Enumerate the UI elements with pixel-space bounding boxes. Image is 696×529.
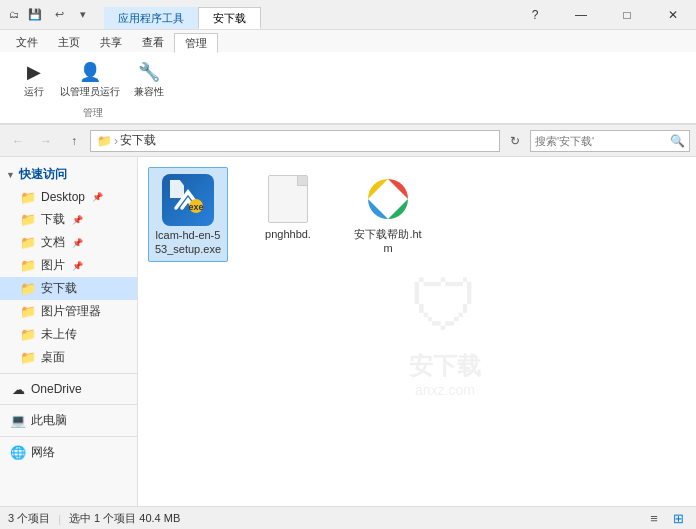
nav-up[interactable]: ↑ xyxy=(62,129,86,153)
title-tabs: 应用程序工具 安下载 xyxy=(104,0,261,29)
search-icon[interactable]: 🔍 xyxy=(670,134,685,148)
sidebar-label-documents: 文档 xyxy=(41,234,65,251)
ribbon-group-run: ▶ 运行 👤 以管理员运行 🔧 兼容性 管理 xyxy=(8,56,178,120)
ribbon-tabs: 文件 主页 共享 查看 管理 xyxy=(0,30,696,52)
sidebar-item-documents[interactable]: 📁 文档 📌 xyxy=(0,231,137,254)
sidebar-label-downloads: 下载 xyxy=(41,211,65,228)
maximize-button[interactable]: □ xyxy=(604,0,650,30)
quick-access-label: 快速访问 xyxy=(19,166,67,183)
file-label-exe: lcam-hd-en-553_setup.exe xyxy=(153,228,223,257)
compat-label: 兼容性 xyxy=(134,85,164,99)
ribbon-tab-file[interactable]: 文件 xyxy=(6,32,48,52)
ribbon-btn-runas[interactable]: 👤 以管理员运行 xyxy=(54,59,126,101)
nav-forward: → xyxy=(34,129,58,153)
htm-file-icon xyxy=(360,171,416,227)
folder-icon: 📁 xyxy=(20,258,36,274)
search-box[interactable]: 🔍 xyxy=(530,130,690,152)
sidebar-label-thispc: 此电脑 xyxy=(31,412,67,429)
runas-label: 以管理员运行 xyxy=(60,85,120,99)
sidebar-item-onedrive[interactable]: ☁ OneDrive xyxy=(0,378,137,400)
folder-icon: 📁 xyxy=(20,235,36,251)
sidebar-label-picmanager: 图片管理器 xyxy=(41,303,101,320)
status-bar: 3 个项目 | 选中 1 个项目 40.4 MB ≡ ⊞ xyxy=(0,506,696,529)
sidebar-item-anxiazai[interactable]: 📁 安下载 xyxy=(0,277,137,300)
sidebar-label-desktop: Desktop xyxy=(41,190,85,204)
exe-file-icon: exe xyxy=(160,172,216,228)
sidebar-item-thispc[interactable]: 💻 此电脑 xyxy=(0,409,137,432)
breadcrumb-current[interactable]: 安下载 xyxy=(120,132,156,149)
run-icon: ▶ xyxy=(27,61,41,83)
pin-icon: 📌 xyxy=(72,215,83,225)
address-path[interactable]: 📁 › 安下载 xyxy=(90,130,500,152)
refresh-button[interactable]: ↻ xyxy=(504,130,526,152)
watermark-text: 安下载 xyxy=(409,350,481,382)
quick-access-undo[interactable]: ↩ xyxy=(48,4,70,26)
run-label: 运行 xyxy=(24,85,44,99)
folder-icon: 📁 xyxy=(20,350,36,366)
ribbon: 文件 主页 共享 查看 管理 ▶ 运行 👤 以管理员运行 🔧 兼容性 xyxy=(0,30,696,125)
sidebar-item-network[interactable]: 🌐 网络 xyxy=(0,441,137,464)
folder-icon: 📁 xyxy=(20,189,36,205)
network-icon: 🌐 xyxy=(10,445,26,461)
watermark-sub: anxz.com xyxy=(409,382,481,398)
thispc-icon: 💻 xyxy=(10,413,26,429)
file-item-exe[interactable]: exe lcam-hd-en-553_setup.exe xyxy=(148,167,228,262)
sidebar-item-downloads[interactable]: 📁 下载 📌 xyxy=(0,208,137,231)
folder-icon: 📁 xyxy=(20,281,36,297)
folder-icon: 📁 xyxy=(20,212,36,228)
status-bar-right: ≡ ⊞ xyxy=(644,509,688,529)
sidebar-divider-3 xyxy=(0,436,137,437)
view-list-button[interactable]: ≡ xyxy=(644,509,664,529)
address-bar: ← → ↑ 📁 › 安下载 ↻ 🔍 xyxy=(0,125,696,157)
svg-point-3 xyxy=(380,191,396,207)
file-item-htm[interactable]: 安下载帮助.htm xyxy=(348,167,428,260)
quick-access-header[interactable]: ▼ 快速访问 xyxy=(0,163,137,186)
sidebar-divider-1 xyxy=(0,373,137,374)
folder-icon: 📁 xyxy=(20,304,36,320)
sidebar-label-network: 网络 xyxy=(31,444,55,461)
png-file-icon xyxy=(260,171,316,227)
sidebar-label-pictures: 图片 xyxy=(41,257,65,274)
ribbon-tab-home[interactable]: 主页 xyxy=(48,32,90,52)
file-area: 🛡 安下载 anxz.com exe xyxy=(138,157,696,506)
ribbon-btn-run[interactable]: ▶ 运行 xyxy=(16,59,52,101)
breadcrumb-root[interactable]: 📁 xyxy=(97,134,112,148)
main-layout: ▼ 快速访问 📁 Desktop 📌 📁 下载 📌 📁 文档 📌 📁 图片 📌 … xyxy=(0,157,696,506)
ribbon-content: ▶ 运行 👤 以管理员运行 🔧 兼容性 管理 xyxy=(0,52,696,124)
sidebar-label-anxiazai: 安下载 xyxy=(41,280,77,297)
title-bar-controls: ? — □ ✕ xyxy=(512,0,696,29)
file-item-png[interactable]: pnghhbd. xyxy=(248,167,328,245)
tab-download[interactable]: 安下载 xyxy=(198,7,261,29)
help-button[interactable]: ? xyxy=(512,0,558,30)
sidebar-item-pictures[interactable]: 📁 图片 📌 xyxy=(0,254,137,277)
ribbon-tab-share[interactable]: 共享 xyxy=(90,32,132,52)
ribbon-tab-manage[interactable]: 管理 xyxy=(174,33,218,53)
sidebar-label-unuploaded: 未上传 xyxy=(41,326,77,343)
runas-icon: 👤 xyxy=(79,61,101,83)
sidebar-item-unuploaded[interactable]: 📁 未上传 xyxy=(0,323,137,346)
close-button[interactable]: ✕ xyxy=(650,0,696,30)
pin-icon: 📌 xyxy=(72,238,83,248)
ribbon-group-label-manage: 管理 xyxy=(83,104,103,120)
sidebar-item-picmanager[interactable]: 📁 图片管理器 xyxy=(0,300,137,323)
title-bar: 🗂 💾 ↩ ▾ 应用程序工具 安下载 ? — □ ✕ xyxy=(0,0,696,30)
pin-icon: 📌 xyxy=(72,261,83,271)
svg-text:exe: exe xyxy=(188,202,203,212)
view-grid-button[interactable]: ⊞ xyxy=(668,509,688,529)
nav-back: ← xyxy=(6,129,30,153)
sidebar-label-onedrive: OneDrive xyxy=(31,382,82,396)
tab-app-tools[interactable]: 应用程序工具 xyxy=(104,7,198,29)
quick-access-save[interactable]: 💾 xyxy=(24,4,46,26)
sidebar-item-desktop2[interactable]: 📁 桌面 xyxy=(0,346,137,369)
sidebar-item-desktop[interactable]: 📁 Desktop 📌 xyxy=(0,186,137,208)
folder-icon: 📁 xyxy=(97,134,112,148)
folder-icon: 📁 xyxy=(20,327,36,343)
pin-icon: 📌 xyxy=(92,192,103,202)
ribbon-btn-compat[interactable]: 🔧 兼容性 xyxy=(128,59,170,101)
quick-access-more[interactable]: ▾ xyxy=(72,4,94,26)
search-input[interactable] xyxy=(535,135,670,147)
minimize-button[interactable]: — xyxy=(558,0,604,30)
ribbon-tab-view[interactable]: 查看 xyxy=(132,32,174,52)
quick-access-chevron: ▼ xyxy=(6,170,15,180)
status-items-count: 3 个项目 xyxy=(8,511,50,526)
